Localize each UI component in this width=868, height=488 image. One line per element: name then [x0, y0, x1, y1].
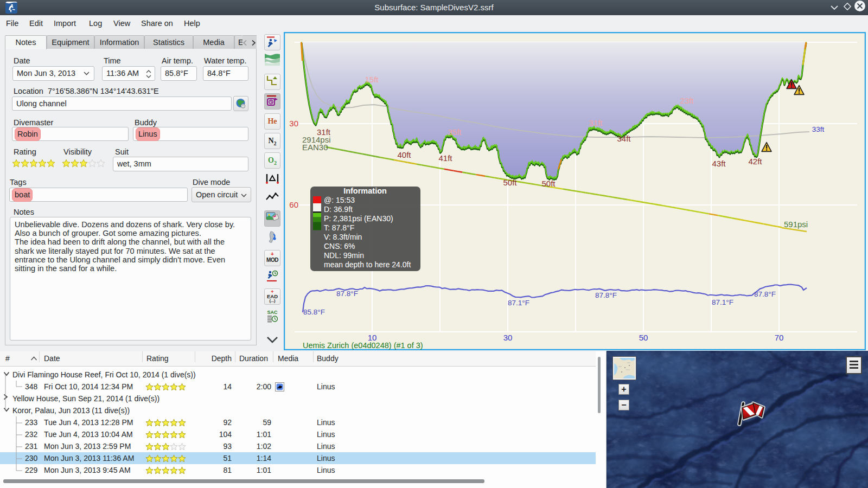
- svg-text:23ft: 23ft: [680, 96, 694, 105]
- svg-text:60: 60: [289, 200, 298, 209]
- svg-text:V: 8.3ft/min: V: 8.3ft/min: [324, 233, 362, 241]
- svg-text:D: 36.9ft: D: 36.9ft: [324, 205, 353, 214]
- svg-text:35ft: 35ft: [448, 127, 462, 137]
- svg-text:87.1°F: 87.1°F: [508, 299, 529, 307]
- svg-text:@: 15:53: @: 15:53: [324, 196, 355, 204]
- svg-text:T: 87.8°F: T: 87.8°F: [324, 223, 354, 232]
- svg-text:P: 2,381psi (EAN30): P: 2,381psi (EAN30): [324, 214, 393, 223]
- svg-text:33ft: 33ft: [812, 125, 825, 133]
- svg-text:70: 70: [775, 333, 784, 342]
- svg-text:15ft: 15ft: [365, 75, 379, 84]
- svg-text:87.8°F: 87.8°F: [595, 291, 617, 299]
- svg-text:40ft: 40ft: [397, 150, 411, 159]
- svg-text:87.8°F: 87.8°F: [336, 290, 358, 298]
- svg-text:85.8°F: 85.8°F: [303, 308, 325, 316]
- svg-text:30: 30: [289, 119, 298, 128]
- svg-text:50ft: 50ft: [541, 179, 556, 188]
- svg-text:87.8°F: 87.8°F: [754, 290, 776, 298]
- svg-text:30: 30: [503, 333, 513, 342]
- svg-text:CNS: 6%: CNS: 6%: [324, 242, 355, 251]
- svg-text:mean depth to here 24.0ft: mean depth to here 24.0ft: [324, 260, 411, 269]
- svg-text:Information: Information: [343, 187, 387, 195]
- svg-text:34ft: 34ft: [617, 134, 631, 143]
- svg-text:43ft: 43ft: [712, 159, 726, 168]
- svg-text:50: 50: [639, 333, 648, 342]
- svg-text:50ft: 50ft: [503, 178, 517, 187]
- svg-text:EAN30: EAN30: [302, 143, 328, 152]
- svg-text:31ft: 31ft: [589, 118, 603, 127]
- svg-text:41ft: 41ft: [438, 153, 452, 163]
- svg-text:591psi: 591psi: [784, 220, 808, 229]
- svg-text:42ft: 42ft: [748, 157, 762, 166]
- svg-text:87.1°F: 87.1°F: [712, 298, 733, 306]
- svg-text:Uemis Zurich (e04d0248) (#1 of: Uemis Zurich (e04d0248) (#1 of 3): [303, 341, 423, 350]
- svg-text:NDL: 99min: NDL: 99min: [324, 251, 364, 260]
